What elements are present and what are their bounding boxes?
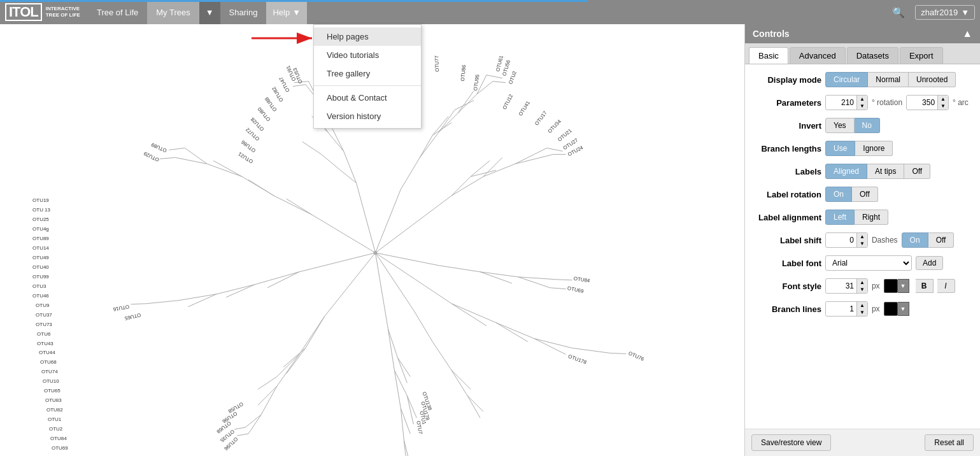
branch-lines-input[interactable] — [826, 303, 856, 315]
label-alignment-group: Left Right — [825, 210, 888, 225]
labels-aligned[interactable]: Aligned — [825, 164, 867, 179]
svg-text:OTU10: OTU10 — [43, 378, 59, 384]
invert-yes[interactable]: Yes — [825, 118, 855, 133]
nav-help-label: Help — [273, 8, 290, 17]
svg-line-65 — [375, 253, 388, 329]
svg-text:OTU76: OTU76 — [628, 350, 646, 362]
font-size-up[interactable]: ▲ — [857, 279, 867, 286]
controls-tabs: Basic Advanced Datasets Export — [745, 43, 980, 64]
labels-at-tips[interactable]: At tips — [867, 164, 904, 179]
svg-line-43 — [248, 180, 274, 196]
user-dropdown[interactable]: zhafr2019 ▼ — [915, 5, 975, 20]
font-color-group: ▼ — [884, 279, 909, 293]
label-shift-row: Label shift ▲ ▼ Dashes On Off — [751, 231, 974, 249]
svg-text:OTU99: OTU99 — [32, 274, 49, 280]
display-mode-circular[interactable]: Circular — [825, 72, 868, 87]
branch-lines-unit: px — [872, 304, 880, 313]
label-shift-up[interactable]: ▲ — [857, 233, 867, 240]
dashes-off[interactable]: Off — [928, 232, 955, 248]
svg-text:OTU178: OTU178 — [567, 353, 588, 366]
svg-line-92 — [375, 253, 413, 310]
label-shift-label: Label shift — [751, 236, 821, 245]
user-name: zhafr2019 — [921, 8, 958, 17]
svg-line-66 — [388, 329, 394, 371]
search-button[interactable]: 🔍 — [888, 6, 909, 18]
rotation-down[interactable]: ▼ — [857, 103, 867, 110]
logo-area: ITOL INTERACTIVETREE OF LIFE — [5, 3, 80, 21]
svg-line-47 — [217, 285, 255, 294]
help-menu-item-tree-gallery[interactable]: Tree gallery — [314, 64, 421, 83]
dashes-on[interactable]: On — [902, 232, 928, 248]
font-italic-button[interactable]: I — [937, 279, 955, 293]
font-bold-button[interactable]: B — [916, 279, 934, 293]
branch-lines-row: Branch lines ▲ ▼ px ▼ — [751, 300, 974, 318]
svg-line-85 — [451, 304, 486, 326]
font-color-dropdown[interactable]: ▼ — [898, 279, 909, 293]
branch-lengths-use[interactable]: Use — [825, 141, 855, 156]
font-size-arrows: ▲ ▼ — [856, 279, 867, 293]
reset-all-button[interactable]: Reset all — [925, 434, 974, 451]
nav-help-dropdown[interactable]: Help ▼ — [266, 0, 307, 24]
svg-line-83 — [534, 339, 566, 355]
branch-color-swatch[interactable] — [884, 302, 898, 316]
label-shift-arrows: ▲ ▼ — [856, 233, 867, 247]
save-restore-button[interactable]: Save/restore view — [751, 434, 831, 451]
font-size-down[interactable]: ▼ — [857, 286, 867, 293]
help-menu-item-help-pages[interactable]: Help pages — [314, 27, 421, 46]
font-color-swatch[interactable] — [884, 279, 898, 293]
rotation-up[interactable]: ▲ — [857, 96, 867, 103]
label-font-add[interactable]: Add — [916, 256, 943, 270]
tab-advanced[interactable]: Advanced — [790, 47, 846, 64]
svg-line-22 — [455, 101, 474, 110]
invert-no[interactable]: No — [855, 118, 880, 133]
invert-group: Yes No — [825, 118, 880, 133]
svg-line-23 — [420, 135, 432, 157]
branch-lines-down[interactable]: ▼ — [857, 309, 867, 316]
arc-up[interactable]: ▲ — [938, 96, 948, 103]
svg-line-26 — [357, 183, 376, 253]
label-font-select[interactable]: Arial Times New Roman Courier — [825, 255, 912, 271]
nav-tree-of-life[interactable]: Tree of Life — [88, 0, 147, 24]
label-rotation-on[interactable]: On — [825, 187, 852, 202]
branch-lines-up[interactable]: ▲ — [857, 302, 867, 309]
label-alignment-right[interactable]: Right — [855, 210, 888, 225]
tab-export[interactable]: Export — [900, 47, 943, 64]
help-menu-item-version-history[interactable]: Version history — [314, 107, 421, 125]
svg-text:OTU34: OTU34 — [547, 118, 563, 134]
nav-sharing[interactable]: Sharing — [220, 0, 267, 24]
svg-text:OTU84: OTU84 — [573, 276, 590, 284]
label-rotation-off[interactable]: Off — [852, 187, 878, 202]
label-shift-input[interactable] — [826, 234, 856, 246]
tab-datasets[interactable]: Datasets — [847, 47, 898, 64]
display-mode-row: Display mode Circular Normal Unrooted — [751, 71, 974, 89]
labels-group: Aligned At tips Off — [825, 164, 930, 179]
arc-down[interactable]: ▼ — [938, 103, 948, 110]
display-mode-normal[interactable]: Normal — [868, 72, 909, 87]
svg-line-84 — [496, 323, 528, 342]
label-shift-down[interactable]: ▼ — [857, 240, 867, 247]
display-mode-unrooted[interactable]: Unrooted — [909, 72, 956, 87]
tab-basic[interactable]: Basic — [749, 47, 788, 64]
svg-line-56 — [261, 386, 277, 415]
svg-line-8 — [515, 148, 547, 164]
help-menu-item-video-tutorials[interactable]: Video tutorials — [314, 46, 421, 64]
help-menu-item-about-contact[interactable]: About & Contact — [314, 89, 421, 107]
label-alignment-left[interactable]: Left — [825, 210, 855, 225]
controls-collapse-button[interactable]: ▲ — [962, 28, 972, 39]
branch-color-dropdown[interactable]: ▼ — [898, 302, 909, 316]
rotation-input[interactable] — [826, 96, 856, 109]
font-size-input[interactable] — [826, 280, 856, 292]
nav-more-dropdown[interactable]: ▼ — [199, 0, 220, 24]
svg-line-74 — [407, 395, 413, 424]
svg-line-93 — [413, 310, 432, 342]
arc-arrows: ▲ ▼ — [937, 96, 948, 110]
svg-line-94 — [432, 342, 451, 371]
branch-lengths-ignore[interactable]: Ignore — [855, 141, 893, 156]
labels-off[interactable]: Off — [904, 164, 930, 179]
invert-row: Invert Yes No — [751, 117, 974, 134]
labels-row: Labels Aligned At tips Off — [751, 162, 974, 180]
svg-line-63 — [283, 348, 306, 367]
arc-input[interactable] — [907, 96, 937, 109]
svg-text:OTU82: OTU82 — [46, 407, 63, 413]
nav-my-trees[interactable]: My Trees — [147, 0, 199, 24]
